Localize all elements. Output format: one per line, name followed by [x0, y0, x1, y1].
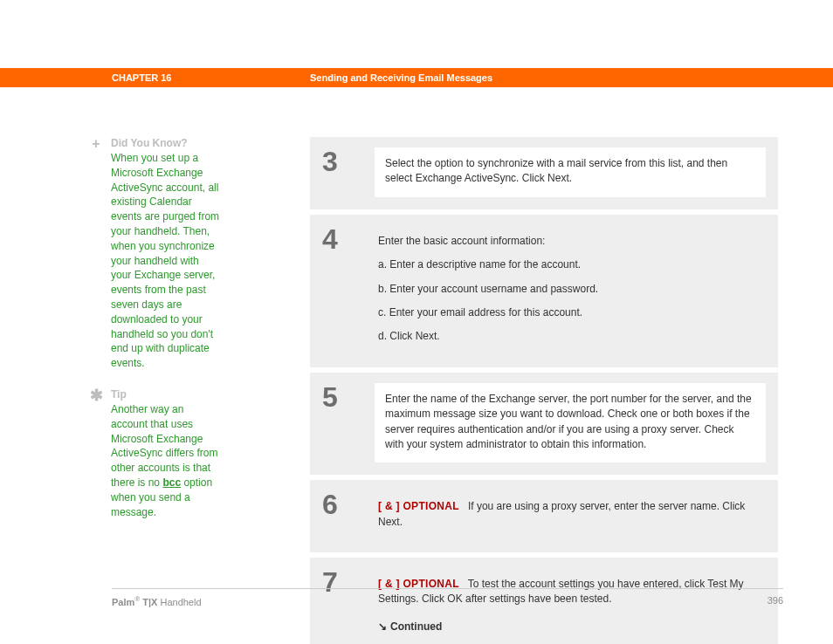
- continued-arrow-icon: ↘: [378, 620, 387, 634]
- plus-icon: +: [90, 137, 102, 151]
- chapter-label: CHAPTER 16: [112, 72, 171, 83]
- step-4-body: Enter the basic account information: a. …: [375, 225, 766, 355]
- asterisk-icon: ✱: [90, 387, 102, 403]
- continued-line: ↘Continued: [378, 620, 761, 634]
- footer-brand-bold: Palm: [112, 597, 134, 607]
- continued-label: Continued: [390, 620, 442, 633]
- did-you-know-heading: Did You Know?: [111, 137, 273, 149]
- chapter-header-bar: CHAPTER 16 Sending and Receiving Email M…: [0, 68, 833, 87]
- did-you-know-body: When you set up a Microsoft Exchange Act…: [111, 151, 220, 371]
- footer: Palm® T|X Handheld 396: [112, 595, 783, 607]
- step-6-text: [ & ] OPTIONAL If you are using a proxy …: [378, 499, 761, 530]
- chapter-title: Sending and Receiving Email Messages: [310, 72, 492, 83]
- footer-brand: Palm® T|X Handheld: [112, 595, 202, 607]
- step-number-4: 4: [322, 225, 375, 355]
- step-4-d: d. Click Next.: [378, 329, 761, 344]
- step-4-sublist: a. Enter a descriptive name for the acco…: [378, 257, 761, 345]
- step-4: 4 Enter the basic account information: a…: [310, 215, 778, 367]
- step-6: 6 [ & ] OPTIONAL If you are using a prox…: [310, 480, 778, 552]
- bcc-link[interactable]: bcc: [162, 476, 181, 489]
- sidebar: + Did You Know? When you set up a Micros…: [90, 137, 273, 537]
- step-4-b: b. Enter your account username and passw…: [378, 282, 761, 297]
- did-you-know-block: + Did You Know? When you set up a Micros…: [90, 137, 273, 371]
- step-3: 3 Select the option to synchronize with …: [310, 137, 778, 209]
- step-number-6: 6: [322, 490, 375, 540]
- step-6-body: [ & ] OPTIONAL If you are using a proxy …: [375, 490, 766, 540]
- optional-tag-6: [ & ] OPTIONAL: [378, 500, 459, 512]
- steps-column: 3 Select the option to synchronize with …: [310, 137, 778, 644]
- page: CHAPTER 16 Sending and Receiving Email M…: [0, 0, 833, 644]
- footer-rule: [112, 588, 783, 589]
- step-4-a: a. Enter a descriptive name for the acco…: [378, 257, 761, 272]
- footer-brand-model: T|X: [140, 597, 160, 607]
- tip-block: ✱ Tip Another way an account that uses M…: [90, 388, 273, 519]
- tip-heading: Tip: [111, 388, 273, 401]
- step-3-text: Select the option to synchronize with a …: [385, 156, 755, 187]
- tip-body: Another way an account that uses Microso…: [111, 402, 220, 519]
- step-5-body: Enter the name of the Exchange server, t…: [375, 383, 766, 463]
- step-number-5: 5: [322, 383, 375, 463]
- step-5-text: Enter the name of the Exchange server, t…: [385, 392, 755, 453]
- step-3-body: Select the option to synchronize with a …: [375, 147, 766, 197]
- footer-brand-tail: Handheld: [160, 597, 201, 607]
- footer-page-number: 396: [768, 595, 783, 607]
- step-number-3: 3: [322, 147, 375, 197]
- step-4-c: c. Enter your email address for this acc…: [378, 305, 761, 320]
- step-5: 5 Enter the name of the Exchange server,…: [310, 373, 778, 476]
- step-4-intro: Enter the basic account information:: [378, 234, 761, 249]
